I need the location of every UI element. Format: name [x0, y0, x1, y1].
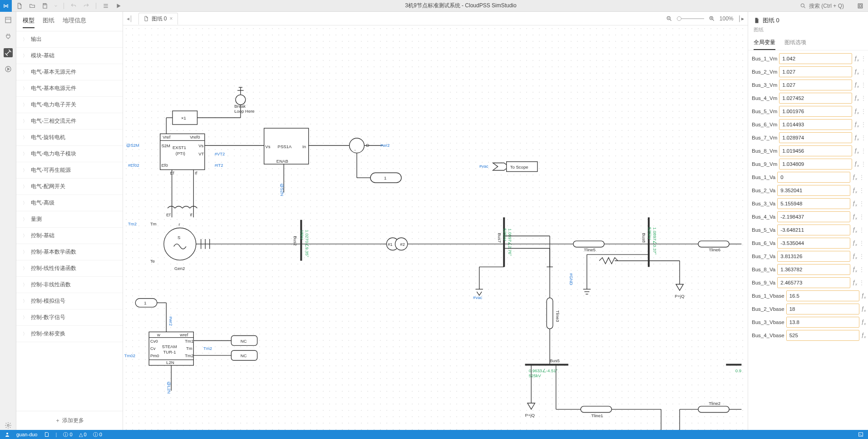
category-item[interactable]: 〉电气-旋转电机: [16, 130, 123, 146]
fx-button[interactable]: ƒx: [852, 239, 857, 247]
fx-button[interactable]: ƒx: [861, 319, 866, 326]
category-item[interactable]: 〉控制-模拟信号: [16, 293, 123, 309]
drag-handle-icon[interactable]: ⋮: [861, 135, 866, 141]
rail-plug-icon[interactable]: [4, 32, 13, 41]
tab-model[interactable]: 模型: [23, 16, 35, 28]
var-value-input[interactable]: [779, 132, 852, 143]
var-value-input[interactable]: [777, 277, 850, 288]
fx-button[interactable]: ƒx: [852, 187, 857, 194]
category-item[interactable]: 〉电气-电力电子模块: [16, 146, 123, 162]
rail-play-icon[interactable]: [4, 65, 13, 74]
category-item[interactable]: 〉电气-可再生能源: [16, 162, 123, 179]
category-item[interactable]: 〉电气-高级: [16, 195, 123, 211]
zoom-in-icon[interactable]: [709, 15, 715, 22]
fx-button[interactable]: ƒx: [854, 68, 859, 75]
tab-sheet-options[interactable]: 图纸选项: [784, 39, 806, 50]
var-value-input[interactable]: [779, 93, 852, 104]
fullscreen-icon[interactable]: [857, 3, 863, 9]
fx-button[interactable]: ƒx: [852, 174, 857, 181]
save-icon[interactable]: [42, 3, 48, 9]
fx-button[interactable]: ƒx: [854, 95, 859, 102]
fx-button[interactable]: ƒx: [852, 266, 857, 273]
zoom-out-icon[interactable]: [666, 15, 672, 22]
var-value-input[interactable]: [777, 211, 850, 222]
var-value-input[interactable]: [779, 66, 852, 77]
var-value-input[interactable]: [777, 224, 850, 235]
close-tab-icon[interactable]: ×: [170, 15, 173, 22]
var-value-input[interactable]: [777, 264, 850, 275]
fx-button[interactable]: ƒx: [861, 305, 866, 313]
var-value-input[interactable]: [777, 251, 850, 262]
search-box[interactable]: [795, 3, 868, 9]
undo-icon[interactable]: [70, 3, 77, 9]
category-item[interactable]: 〉控制-非线性函数: [16, 277, 123, 293]
var-value-input[interactable]: [786, 330, 859, 341]
category-item[interactable]: 〉控制-坐标变换: [16, 326, 123, 342]
drag-handle-icon[interactable]: ⋮: [859, 174, 864, 180]
var-value-input[interactable]: [779, 106, 852, 117]
var-value-input[interactable]: [779, 145, 852, 156]
app-logo[interactable]: ⋈: [0, 0, 12, 12]
drag-handle-icon[interactable]: ⋮: [861, 55, 866, 62]
expand-right-icon[interactable]: │▸: [738, 15, 745, 22]
fx-button[interactable]: ƒx: [852, 279, 857, 286]
drag-handle-icon[interactable]: ⋮: [861, 148, 866, 154]
redo-icon[interactable]: [83, 3, 89, 9]
schematic-canvas[interactable]: BreakLoop Here ×1 EXST1 (PTI) Vref Vref0…: [123, 25, 748, 430]
search-input[interactable]: [809, 3, 854, 9]
fx-button[interactable]: ƒx: [854, 147, 859, 155]
fx-button[interactable]: ƒx: [861, 292, 866, 299]
var-value-input[interactable]: [777, 172, 850, 183]
fx-button[interactable]: ƒx: [852, 213, 857, 220]
category-item[interactable]: 〉电气-电力电子开关: [16, 97, 123, 113]
var-value-input[interactable]: [779, 53, 852, 64]
fx-button[interactable]: ƒx: [854, 55, 859, 62]
drag-handle-icon[interactable]: ⋮: [861, 161, 866, 167]
drag-handle-icon[interactable]: ⋮: [861, 69, 866, 75]
open-file-icon[interactable]: [29, 3, 35, 9]
terminal-icon[interactable]: [858, 432, 863, 437]
rail-overview-icon[interactable]: [4, 15, 13, 25]
save-dropdown-icon[interactable]: [54, 3, 57, 9]
category-item[interactable]: 〉模块-基础: [16, 48, 123, 64]
fx-button[interactable]: ƒx: [852, 226, 857, 234]
drag-handle-icon[interactable]: ⋮: [859, 200, 864, 207]
drag-handle-icon[interactable]: ⋮: [859, 214, 864, 220]
category-item[interactable]: 〉电气-配网开关: [16, 179, 123, 195]
fx-button[interactable]: ƒx: [854, 121, 859, 128]
category-item[interactable]: 〉电气-三相交流元件: [16, 113, 123, 130]
list-icon[interactable]: [103, 3, 109, 9]
drag-handle-icon[interactable]: ⋮: [859, 266, 864, 273]
rail-settings-icon[interactable]: [4, 421, 13, 430]
collapse-left-icon[interactable]: ◂│: [127, 15, 136, 22]
drag-handle-icon[interactable]: ⋮: [861, 121, 866, 128]
category-item[interactable]: 〉控制-线性传递函数: [16, 260, 123, 277]
fx-button[interactable]: ƒx: [861, 332, 866, 339]
drag-handle-icon[interactable]: ⋮: [861, 108, 866, 115]
drag-handle-icon[interactable]: ⋮: [859, 187, 864, 194]
var-value-input[interactable]: [786, 304, 859, 314]
var-value-input[interactable]: [777, 238, 850, 249]
tab-sheets[interactable]: 图纸: [43, 16, 54, 28]
canvas-tab-0[interactable]: 图纸 0 ×: [138, 13, 178, 25]
category-item[interactable]: 〉控制-基本数学函数: [16, 244, 123, 260]
zoom-slider[interactable]: [677, 18, 704, 19]
category-item[interactable]: 〉输出: [16, 31, 123, 48]
var-value-input[interactable]: [779, 159, 852, 170]
fx-button[interactable]: ƒx: [852, 200, 857, 207]
category-item[interactable]: 〉电气-基本电源元件: [16, 80, 123, 97]
var-value-input[interactable]: [786, 290, 859, 301]
category-item[interactable]: 〉控制-基础: [16, 228, 123, 244]
var-value-input[interactable]: [777, 198, 850, 209]
var-value-input[interactable]: [779, 119, 852, 130]
new-file-icon[interactable]: [16, 3, 23, 9]
tab-geo[interactable]: 地理信息: [63, 16, 86, 28]
drag-handle-icon[interactable]: ⋮: [859, 240, 864, 246]
add-more-button[interactable]: ＋ 添加更多: [16, 411, 123, 430]
drag-handle-icon[interactable]: ⋮: [859, 253, 864, 259]
category-item[interactable]: 〉控制-数字信号: [16, 309, 123, 326]
fx-button[interactable]: ƒx: [852, 253, 857, 260]
var-value-input[interactable]: [786, 317, 859, 328]
category-item[interactable]: 〉量测: [16, 211, 123, 228]
tab-global-vars[interactable]: 全局变量: [754, 39, 775, 50]
